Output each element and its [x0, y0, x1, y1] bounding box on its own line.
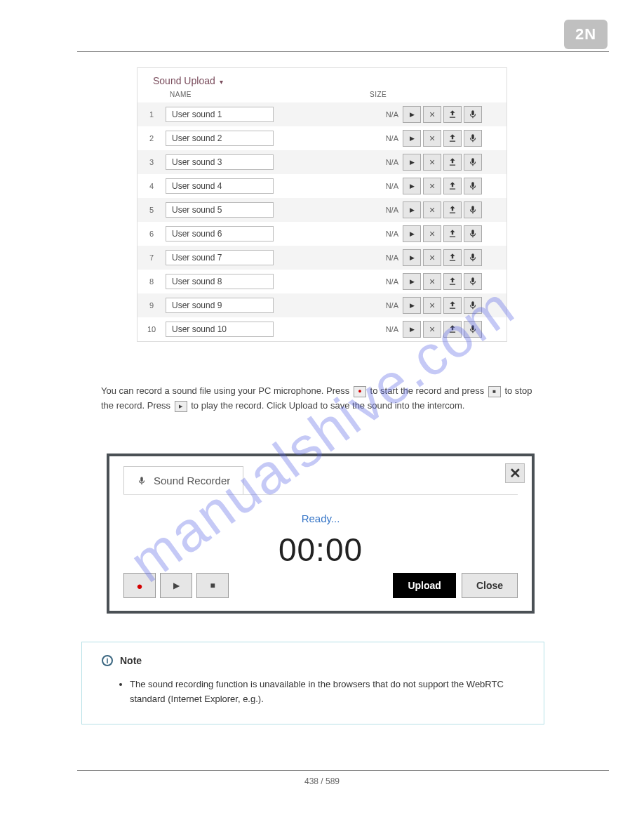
row-index: 2 — [137, 134, 166, 143]
table-row: 7N/A — [137, 246, 507, 270]
stop-button[interactable] — [196, 573, 229, 598]
play-sound-button[interactable] — [403, 297, 421, 314]
record-sound-button[interactable] — [464, 273, 482, 290]
delete-sound-button[interactable] — [423, 321, 441, 338]
sound-name-input[interactable] — [166, 131, 274, 146]
sound-name-input[interactable] — [166, 226, 274, 241]
close-button[interactable]: ✕ — [505, 463, 525, 483]
table-row: 3N/A — [137, 150, 507, 174]
record-button[interactable] — [123, 573, 156, 598]
para-text-1: You can record a sound file using your P… — [101, 385, 352, 396]
record-sound-button[interactable] — [464, 106, 482, 123]
header-divider — [77, 51, 609, 52]
record-sound-button[interactable] — [464, 297, 482, 314]
sound-name-input[interactable] — [166, 250, 274, 265]
table-row: 6N/A — [137, 222, 507, 246]
delete-sound-button[interactable] — [423, 178, 441, 194]
delete-sound-button[interactable] — [423, 249, 441, 266]
panel-title[interactable]: Sound Upload ▾ — [137, 68, 507, 91]
recorder-status: Ready... — [109, 512, 532, 524]
sound-name-input[interactable] — [166, 107, 274, 122]
record-sound-button[interactable] — [464, 225, 482, 242]
record-sound-button[interactable] — [464, 178, 482, 194]
stop-icon — [488, 386, 501, 397]
delete-sound-button[interactable] — [423, 273, 441, 290]
brand-logo: 2N — [564, 20, 608, 49]
row-index: 6 — [137, 230, 166, 238]
upload-sound-button[interactable] — [443, 225, 462, 242]
sound-size: N/A — [375, 230, 403, 238]
row-index: 8 — [137, 277, 166, 286]
sound-size: N/A — [375, 301, 403, 310]
sound-recorder-dialog: Sound Recorder ✕ Ready... 00:00 Upload C… — [107, 454, 535, 614]
upload-sound-button[interactable] — [443, 249, 462, 266]
note-bullet: The sound recording function is unavaila… — [130, 677, 524, 707]
delete-sound-button[interactable] — [423, 130, 441, 147]
upload-sound-button[interactable] — [443, 321, 462, 338]
row-index: 4 — [137, 182, 166, 190]
play-icon — [175, 401, 187, 412]
sound-name-input[interactable] — [166, 274, 274, 289]
record-sound-button[interactable] — [464, 130, 482, 147]
close-dialog-button[interactable]: Close — [462, 573, 518, 598]
delete-sound-button[interactable] — [423, 225, 441, 242]
instruction-paragraph: You can record a sound file using your P… — [101, 383, 543, 413]
row-index: 7 — [137, 253, 166, 262]
upload-sound-button[interactable] — [443, 154, 462, 171]
info-icon: i — [102, 655, 113, 666]
play-sound-button[interactable] — [403, 273, 421, 290]
play-sound-button[interactable] — [403, 154, 421, 171]
table-row: 10N/A — [137, 317, 507, 341]
note-title: Note — [120, 655, 142, 666]
upload-sound-button[interactable] — [443, 106, 462, 123]
record-sound-button[interactable] — [464, 249, 482, 266]
row-index: 9 — [137, 301, 166, 310]
table-row: 9N/A — [137, 293, 507, 317]
row-index: 1 — [137, 110, 166, 119]
play-sound-button[interactable] — [403, 130, 421, 147]
sound-name-input[interactable] — [166, 298, 274, 313]
delete-sound-button[interactable] — [423, 201, 441, 218]
sound-name-input[interactable] — [166, 322, 274, 337]
recorder-divider — [123, 494, 518, 495]
sound-name-input[interactable] — [166, 202, 274, 218]
upload-sound-button[interactable] — [443, 273, 462, 290]
panel-title-text: Sound Upload — [153, 75, 215, 86]
play-sound-button[interactable] — [403, 321, 421, 338]
play-sound-button[interactable] — [403, 178, 421, 194]
recorder-tab: Sound Recorder — [123, 466, 243, 494]
record-sound-button[interactable] — [464, 201, 482, 218]
upload-sound-button[interactable] — [443, 178, 462, 194]
upload-sound-button[interactable] — [443, 201, 462, 218]
row-index: 10 — [137, 325, 166, 333]
sound-size: N/A — [375, 182, 403, 190]
play-sound-button[interactable] — [403, 249, 421, 266]
row-index: 3 — [137, 158, 166, 166]
upload-sound-button[interactable] — [443, 130, 462, 147]
sound-size: N/A — [375, 277, 403, 286]
table-row: 1N/A — [137, 102, 507, 126]
play-button[interactable] — [160, 573, 192, 598]
play-sound-button[interactable] — [403, 225, 421, 242]
sound-size: N/A — [375, 253, 403, 262]
delete-sound-button[interactable] — [423, 297, 441, 314]
note-box: i Note The sound recording function is u… — [81, 642, 544, 724]
record-sound-button[interactable] — [464, 321, 482, 338]
footer-divider — [77, 770, 609, 771]
para-text-2: to start the record and press — [370, 385, 487, 396]
upload-button[interactable]: Upload — [393, 573, 455, 598]
sound-name-input[interactable] — [166, 178, 274, 194]
sound-size: N/A — [375, 134, 403, 143]
row-index: 5 — [137, 206, 166, 214]
delete-sound-button[interactable] — [423, 154, 441, 171]
sound-name-input[interactable] — [166, 154, 274, 170]
upload-sound-button[interactable] — [443, 297, 462, 314]
play-sound-button[interactable] — [403, 201, 421, 218]
recorder-timer: 00:00 — [109, 531, 532, 569]
play-sound-button[interactable] — [403, 106, 421, 123]
column-header-size: SIZE — [370, 91, 507, 98]
delete-sound-button[interactable] — [423, 106, 441, 123]
sound-size: N/A — [375, 110, 403, 119]
record-sound-button[interactable] — [464, 154, 482, 171]
close-icon: ✕ — [509, 465, 521, 482]
